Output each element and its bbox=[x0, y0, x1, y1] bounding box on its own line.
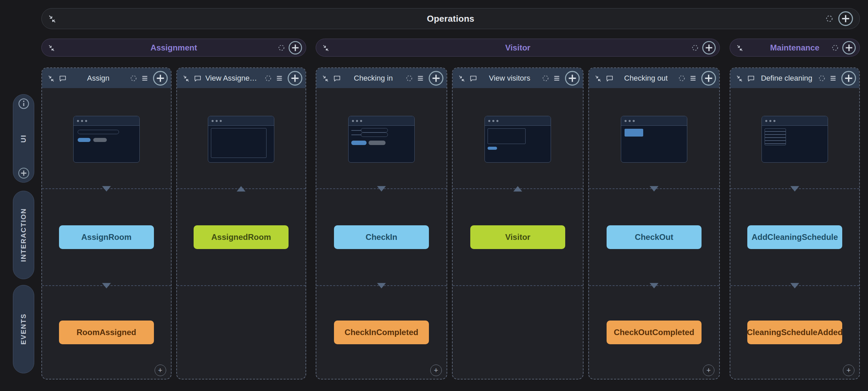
column-header[interactable]: View visitors bbox=[453, 68, 583, 88]
comment-icon[interactable] bbox=[747, 75, 755, 82]
menu-icon[interactable] bbox=[417, 75, 424, 82]
events-lane-cell bbox=[453, 285, 583, 379]
slice-columns-row: Assign bbox=[41, 67, 860, 379]
slice-column-checking-in: Checking in bbox=[316, 67, 447, 379]
add-slice-icon[interactable] bbox=[838, 11, 853, 26]
column-header[interactable]: Define cleaning bbox=[730, 68, 859, 88]
add-icon[interactable] bbox=[287, 70, 303, 86]
event-card[interactable]: CheckInCompleted bbox=[334, 321, 429, 344]
ui-mockup[interactable] bbox=[485, 116, 551, 163]
comment-icon[interactable] bbox=[194, 75, 201, 82]
dashed-circle-icon[interactable] bbox=[278, 44, 285, 51]
flow-arrow-down-icon bbox=[377, 283, 386, 288]
dashed-circle-icon[interactable] bbox=[818, 75, 825, 82]
collapse-icon[interactable] bbox=[458, 75, 466, 82]
comment-icon[interactable] bbox=[59, 75, 66, 82]
flow-arrow-down-icon bbox=[102, 283, 111, 288]
slice-column-define-cleaning: Define cleaning bbox=[730, 67, 860, 379]
ui-mockup[interactable] bbox=[208, 116, 274, 163]
ui-mockup[interactable] bbox=[762, 116, 828, 163]
collapse-icon[interactable] bbox=[322, 75, 329, 82]
swimlane-title: Visitor bbox=[316, 43, 719, 53]
swimlane-header-assignment[interactable]: Assignment bbox=[41, 39, 306, 57]
info-icon[interactable] bbox=[18, 98, 29, 109]
slice-column-view-visitors: View visitors bbox=[452, 67, 584, 379]
swimlane-header-maintenance[interactable]: Maintenance bbox=[730, 39, 860, 57]
event-card[interactable]: CleaningScheduleAdded bbox=[747, 321, 842, 344]
dashed-circle-icon[interactable] bbox=[832, 44, 839, 51]
column-header[interactable]: Checking in bbox=[316, 68, 447, 88]
dashed-circle-icon[interactable] bbox=[265, 75, 272, 82]
add-icon[interactable] bbox=[841, 70, 856, 86]
slice-column-checking-out: Checking out bbox=[588, 67, 720, 379]
swimlane-header-visitor[interactable]: Visitor bbox=[316, 39, 720, 57]
add-icon[interactable] bbox=[428, 70, 444, 86]
dashed-circle-icon[interactable] bbox=[542, 75, 549, 82]
ui-mockup[interactable] bbox=[73, 116, 140, 163]
ui-lane-cell bbox=[589, 88, 719, 188]
ui-mockup[interactable] bbox=[621, 116, 687, 163]
add-icon[interactable] bbox=[288, 41, 302, 55]
interaction-lane-cell: AddCleaningSchedule bbox=[730, 188, 859, 285]
column-title: Define cleaning bbox=[759, 74, 814, 83]
lane-tab-events[interactable]: EVENTS bbox=[13, 285, 34, 373]
command-card[interactable]: CheckOut bbox=[607, 225, 702, 249]
lane-tab-ui[interactable]: UI bbox=[13, 94, 34, 183]
dashed-circle-icon[interactable] bbox=[678, 75, 685, 82]
comment-icon[interactable] bbox=[333, 75, 341, 82]
swimlane-title: Assignment bbox=[42, 43, 306, 53]
menu-icon[interactable] bbox=[689, 75, 697, 82]
comment-icon[interactable] bbox=[470, 75, 477, 82]
event-card[interactable]: CheckOutCompleted bbox=[607, 321, 702, 344]
flow-arrow-up-icon bbox=[513, 186, 522, 191]
column-header[interactable]: Checking out bbox=[589, 68, 719, 88]
collapse-icon[interactable] bbox=[736, 75, 743, 82]
add-icon[interactable] bbox=[701, 70, 716, 86]
column-title: Checking in bbox=[345, 74, 402, 83]
dashed-circle-icon[interactable] bbox=[692, 44, 698, 51]
add-icon[interactable] bbox=[842, 41, 856, 55]
mockup-titlebar bbox=[485, 116, 551, 126]
add-icon[interactable] bbox=[565, 70, 580, 86]
add-block-icon[interactable]: + bbox=[430, 365, 442, 376]
column-title: View Assigned R... bbox=[205, 74, 261, 83]
column-header[interactable]: Assign bbox=[42, 68, 171, 88]
readmodel-card[interactable]: Visitor bbox=[470, 225, 565, 249]
command-card[interactable]: CheckIn bbox=[334, 225, 429, 249]
menu-icon[interactable] bbox=[276, 75, 283, 82]
events-lane-cell: CleaningScheduleAdded + bbox=[730, 285, 859, 379]
lane-label-interaction: INTERACTION bbox=[20, 208, 27, 262]
swimlane-header-row: Assignment Visitor Maintenance bbox=[41, 39, 860, 57]
flow-arrow-down-icon bbox=[650, 186, 658, 191]
menu-icon[interactable] bbox=[829, 75, 837, 82]
menu-icon[interactable] bbox=[141, 75, 149, 82]
collapse-icon[interactable] bbox=[47, 75, 55, 82]
collapse-icon[interactable] bbox=[182, 75, 190, 82]
events-lane-cell bbox=[177, 285, 306, 379]
column-title: View visitors bbox=[481, 74, 538, 83]
ui-lane-cell bbox=[453, 88, 583, 188]
plus-icon[interactable] bbox=[18, 167, 29, 179]
ui-mockup[interactable] bbox=[348, 116, 415, 163]
dashed-circle-icon[interactable] bbox=[130, 75, 137, 82]
event-modeling-board: UI INTERACTION EVENTS Operations Assignm… bbox=[0, 0, 868, 391]
collapse-icon[interactable] bbox=[594, 75, 602, 82]
lane-tab-interaction[interactable]: INTERACTION bbox=[13, 191, 34, 279]
readmodel-card[interactable]: AssignedRoom bbox=[194, 225, 289, 249]
menu-icon[interactable] bbox=[553, 75, 560, 82]
comment-icon[interactable] bbox=[606, 75, 613, 82]
mockup-titlebar bbox=[621, 116, 687, 126]
add-block-icon[interactable]: + bbox=[843, 365, 854, 376]
command-card[interactable]: AssignRoom bbox=[59, 225, 154, 249]
flow-arrow-up-icon bbox=[237, 186, 245, 191]
command-card[interactable]: AddCleaningSchedule bbox=[747, 225, 842, 249]
add-icon[interactable] bbox=[702, 41, 716, 55]
flow-arrow-down-icon bbox=[102, 186, 111, 191]
dashed-circle-icon[interactable] bbox=[406, 75, 413, 82]
add-block-icon[interactable]: + bbox=[155, 365, 166, 376]
dashed-circle-icon[interactable] bbox=[826, 15, 833, 22]
event-card[interactable]: RoomAssigned bbox=[59, 321, 154, 344]
column-header[interactable]: View Assigned R... bbox=[177, 68, 306, 88]
add-block-icon[interactable]: + bbox=[703, 365, 714, 376]
add-icon[interactable] bbox=[153, 70, 168, 86]
